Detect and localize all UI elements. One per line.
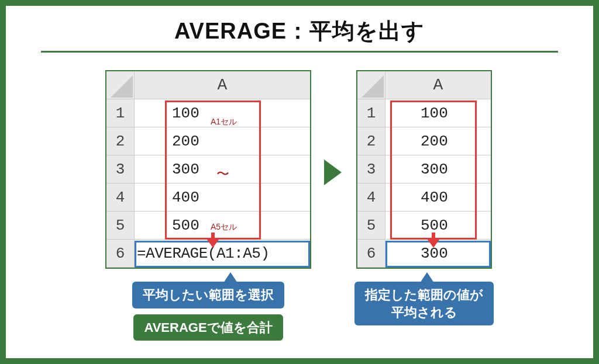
column-header-a[interactable]: A [135,71,310,99]
cell-a2[interactable]: 200 [385,127,491,155]
row-header-2[interactable]: 2 [357,127,385,155]
step-arrow-icon [324,160,342,185]
cell-a5[interactable]: 500 [385,212,491,240]
cell-a6-formula[interactable]: =AVERAGE(A1:A5) [135,240,310,268]
row-header-3[interactable]: 3 [357,155,385,183]
row-header-3[interactable]: 3 [106,155,135,183]
row-header-4[interactable]: 4 [357,183,385,212]
callout-average-note: AVERAGEで値を合計 [133,314,283,341]
column-header-a[interactable]: A [385,71,491,99]
cell-a4[interactable]: 400 [135,183,310,212]
row-header-5[interactable]: 5 [357,212,385,240]
row-header-6[interactable]: 6 [106,240,135,268]
cell-a5[interactable]: 500 A5セル [135,212,310,240]
callout-result: 指定した範囲の値が 平均される [354,282,494,325]
cell-a1[interactable]: 100 [385,99,491,127]
cell-a6-result[interactable]: 300 [385,240,491,268]
cell-a3[interactable]: 300 〜 [135,155,310,183]
row-header-1[interactable]: 1 [357,99,385,127]
row-header-4[interactable]: 4 [106,183,135,212]
cell-a2[interactable]: 200 [135,127,310,155]
select-all-corner[interactable] [106,71,135,99]
spreadsheet-left: A 1 100 A1セル 2 200 3 300 [105,70,311,269]
row-header-5[interactable]: 5 [106,212,135,240]
spreadsheet-right: A 1 100 2 200 3 300 4 400 [356,70,492,269]
cell-a4[interactable]: 400 [385,183,491,212]
row-header-6[interactable]: 6 [357,240,385,268]
cell-a1[interactable]: 100 A1セル [135,99,310,127]
row-header-1[interactable]: 1 [106,99,135,127]
page-title: AVERAGE：平均を出す [174,16,425,50]
cell-a3[interactable]: 300 [385,155,491,183]
row-header-2[interactable]: 2 [106,127,135,155]
annotation-a5: A5セル [211,213,237,241]
select-all-corner[interactable] [357,71,385,99]
callout-range: 平均したい範囲を選択 [132,282,284,308]
